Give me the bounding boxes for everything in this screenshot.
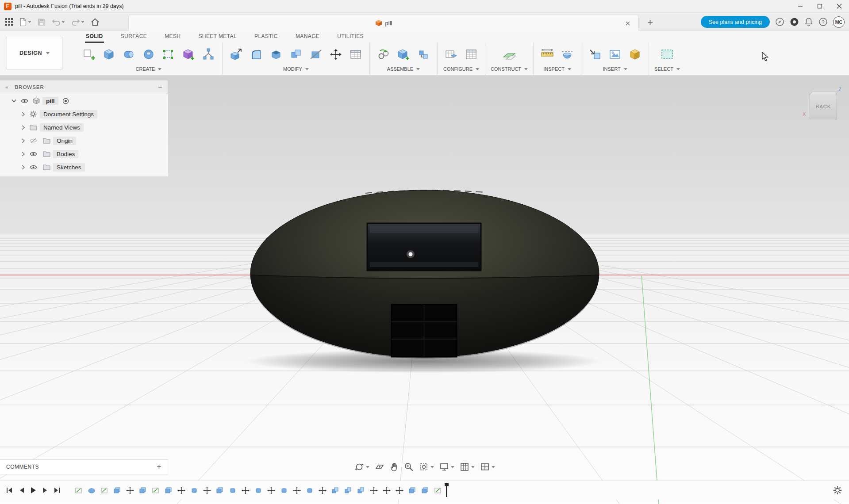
group-inspect-label[interactable]: INSPECT: [543, 66, 565, 72]
timeline-feature-feature[interactable]: [254, 487, 262, 494]
tree-row-root[interactable]: pill: [0, 94, 168, 107]
timeline-feature-feature[interactable]: [306, 487, 314, 494]
minimize-browser-icon[interactable]: –: [158, 84, 162, 91]
timeline-feature-extrude[interactable]: [165, 487, 173, 494]
orbit-button[interactable]: [353, 461, 371, 473]
close-button[interactable]: [830, 0, 849, 13]
create-sketch-icon[interactable]: [81, 45, 97, 64]
document-tab[interactable]: pill: [128, 15, 639, 31]
comments-panel[interactable]: COMMENTS +: [0, 459, 168, 474]
tab-surface[interactable]: SURFACE: [120, 33, 148, 43]
add-comment-button[interactable]: +: [157, 462, 161, 471]
chevron-right-icon[interactable]: [19, 138, 27, 143]
display-settings-caret-icon[interactable]: [451, 466, 454, 468]
timeline-feature-extrude[interactable]: [113, 487, 121, 494]
construction-plane-icon[interactable]: [501, 45, 518, 64]
tab-solid[interactable]: SOLID: [85, 33, 104, 43]
fit-button[interactable]: [418, 461, 435, 473]
tab-utilities[interactable]: UTILITIES: [336, 33, 365, 43]
fillet-icon[interactable]: [248, 45, 265, 64]
timeline-feature-move[interactable]: [383, 487, 391, 494]
tree-row-origin[interactable]: Origin: [0, 134, 168, 147]
timeline-feature-sketch[interactable]: [75, 487, 83, 494]
viewports-caret-icon[interactable]: [492, 466, 495, 468]
collapse-browser-icon[interactable]: «: [5, 84, 8, 90]
timeline-feature-extrude[interactable]: [421, 487, 429, 494]
go-to-end-button[interactable]: [54, 487, 61, 493]
go-to-start-button[interactable]: [6, 487, 13, 493]
tab-manage[interactable]: MANAGE: [295, 33, 320, 43]
eye-icon[interactable]: [27, 165, 40, 170]
new-component-icon[interactable]: [395, 45, 412, 64]
timeline-feature-move[interactable]: [370, 487, 378, 494]
group-create-label[interactable]: CREATE: [136, 66, 155, 72]
create-form-icon[interactable]: [180, 45, 197, 64]
timeline-feature-feature[interactable]: [280, 487, 288, 494]
tree-item-label[interactable]: Sketches: [53, 163, 85, 172]
tree-row-bodies[interactable]: Bodies: [0, 147, 168, 160]
timeline-feature-move[interactable]: [177, 487, 185, 494]
step-forward-button[interactable]: [42, 487, 48, 493]
timeline-feature-move[interactable]: [319, 487, 327, 494]
viewcube[interactable]: BACK Z X: [804, 88, 843, 126]
timeline-feature-extrude[interactable]: [216, 487, 224, 494]
tree-row-named-views[interactable]: Named Views: [0, 121, 168, 134]
see-plans-button[interactable]: See plans and pricing: [701, 16, 770, 28]
revolve-icon[interactable]: [120, 45, 137, 64]
tree-row-document-settings[interactable]: Document Settings: [0, 107, 168, 121]
tree-row-sketches[interactable]: Sketches: [0, 160, 168, 174]
group-assemble-label[interactable]: ASSEMBLE: [387, 66, 413, 72]
workspace-selector[interactable]: DESIGN: [7, 37, 62, 69]
timeline-feature-combine[interactable]: [357, 487, 365, 494]
tree-item-label[interactable]: Bodies: [53, 150, 78, 158]
timeline-playhead[interactable]: [446, 484, 447, 497]
root-component-label[interactable]: pill: [42, 97, 58, 105]
step-back-button[interactable]: [19, 487, 24, 493]
help-icon[interactable]: ?: [818, 17, 828, 27]
timeline-feature-feature[interactable]: [190, 487, 198, 494]
timeline-feature-move[interactable]: [203, 487, 211, 494]
rectangular-pattern-icon[interactable]: [160, 45, 177, 64]
tab-mesh[interactable]: MESH: [164, 33, 181, 43]
timeline-feature-move[interactable]: [242, 487, 250, 494]
rigid-group-icon[interactable]: [415, 45, 432, 64]
derive-icon[interactable]: [200, 45, 217, 64]
activate-component-radio-icon[interactable]: [58, 98, 73, 104]
play-button[interactable]: [31, 487, 36, 494]
select-icon[interactable]: [659, 45, 676, 64]
hole-icon[interactable]: [140, 45, 157, 64]
timeline-feature-form[interactable]: [88, 487, 96, 494]
timeline-feature-sketch[interactable]: [100, 487, 108, 494]
chevron-right-icon[interactable]: [19, 112, 27, 117]
shell-icon[interactable]: [268, 45, 284, 64]
tree-item-label[interactable]: Named Views: [40, 123, 84, 132]
group-select-label[interactable]: SELECT: [654, 66, 673, 72]
zoom-button[interactable]: [403, 461, 415, 473]
grid-and-snaps-button[interactable]: [458, 461, 476, 473]
home-icon[interactable]: [89, 16, 101, 28]
timeline-feature-sketch[interactable]: [434, 487, 442, 494]
configuration-table-icon[interactable]: [463, 45, 480, 64]
configuration-icon[interactable]: [443, 45, 460, 64]
avatar[interactable]: MC: [833, 16, 845, 28]
press-pull-icon[interactable]: [228, 45, 245, 64]
split-body-icon[interactable]: [307, 45, 324, 64]
new-body-icon[interactable]: [100, 45, 117, 64]
chevron-right-icon[interactable]: [19, 165, 27, 170]
tab-sheet-metal[interactable]: SHEET METAL: [197, 33, 238, 43]
move-copy-icon[interactable]: [327, 45, 344, 64]
notifications-bell-icon[interactable]: [804, 17, 813, 27]
measure-icon[interactable]: [539, 45, 556, 64]
eye-icon[interactable]: [19, 99, 30, 103]
timeline-feature-sketch[interactable]: [152, 487, 160, 494]
app-grid-icon[interactable]: [4, 16, 15, 28]
timeline-feature-move[interactable]: [293, 487, 301, 494]
timeline-feature-combine[interactable]: [344, 487, 352, 494]
canvas-icon[interactable]: [607, 45, 623, 64]
timeline-feature-extrude[interactable]: [408, 487, 416, 494]
chevron-down-icon[interactable]: [9, 99, 19, 103]
look-at-button[interactable]: [373, 461, 386, 473]
change-parameters-icon[interactable]: [347, 45, 364, 64]
tab-close-button[interactable]: [623, 19, 632, 28]
combine-icon[interactable]: [288, 45, 304, 64]
